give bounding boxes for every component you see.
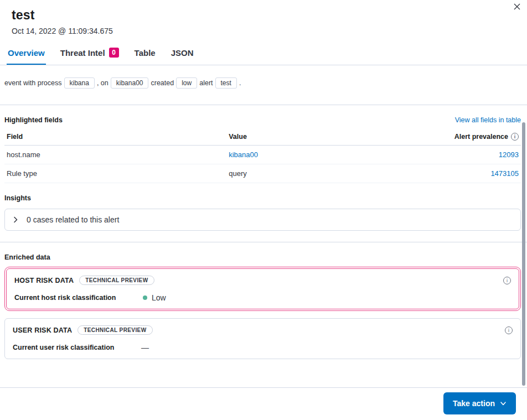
- insights-title: Insights: [4, 194, 31, 202]
- reason-text: , on: [97, 79, 108, 87]
- user-risk-classification-label: Current user risk classification: [13, 344, 141, 351]
- value-cell: query: [226, 164, 402, 183]
- column-header-alert-prevalence: Alert prevalence: [402, 128, 521, 146]
- tab-overview-label: Overview: [8, 48, 45, 58]
- highlighted-fields-section: Highlighted fields View all fields in ta…: [0, 116, 527, 183]
- chevron-down-icon: [500, 400, 507, 407]
- alert-details-flyout: test Oct 14, 2022 @ 11:09:34.675 Overvie…: [0, 0, 527, 420]
- host-risk-data-panel: HOST RISK DATA TECHNICAL PREVIEW Current…: [6, 268, 519, 309]
- tab-table[interactable]: Table: [133, 45, 157, 65]
- technical-preview-badge: TECHNICAL PREVIEW: [78, 325, 152, 335]
- flyout-header: test Oct 14, 2022 @ 11:09:34.675: [0, 0, 527, 35]
- user-risk-title: USER RISK DATA: [13, 326, 72, 334]
- reason-text: .: [239, 79, 241, 87]
- flyout-footer: Take action: [0, 387, 527, 420]
- info-icon[interactable]: [503, 277, 511, 284]
- related-cases-label: 0 cases related to this alert: [27, 215, 119, 224]
- severity-badge: low: [176, 77, 197, 89]
- event-reason-summary: event with process kibana , on kibana00 …: [0, 77, 527, 89]
- host-risk-classification-value: Low: [143, 293, 166, 302]
- reason-text: created: [151, 79, 174, 87]
- chevron-right-icon: [12, 216, 19, 224]
- risk-level-dot-icon: [143, 295, 147, 300]
- reason-text: event with process: [4, 79, 62, 87]
- take-action-label: Take action: [453, 399, 495, 408]
- reason-text: alert: [199, 79, 213, 87]
- take-action-button[interactable]: Take action: [443, 392, 516, 414]
- user-risk-classification-value: —: [141, 343, 149, 352]
- info-icon[interactable]: [505, 326, 513, 334]
- tab-table-label: Table: [135, 48, 156, 58]
- scrollbar-thumb[interactable]: [522, 122, 525, 386]
- host-name-badge: kibana00: [111, 77, 149, 89]
- host-risk-title: HOST RISK DATA: [14, 277, 74, 284]
- process-name-badge: kibana: [64, 77, 95, 89]
- close-icon[interactable]: [512, 1, 523, 12]
- value-link[interactable]: kibana00: [229, 151, 258, 159]
- technical-preview-badge: TECHNICAL PREVIEW: [79, 276, 154, 285]
- column-header-field: Field: [4, 128, 226, 146]
- column-header-value: Value: [226, 128, 402, 146]
- view-all-fields-link[interactable]: View all fields in table: [455, 116, 521, 124]
- table-row: host.name kibana00 12093: [4, 146, 521, 164]
- tab-overview[interactable]: Overview: [7, 45, 46, 65]
- highlighted-fields-title: Highlighted fields: [4, 116, 63, 124]
- tab-threat-intel-label: Threat Intel: [60, 48, 105, 58]
- field-cell: Rule type: [4, 164, 226, 183]
- threat-intel-count-badge: 0: [109, 48, 119, 58]
- tab-json[interactable]: JSON: [170, 45, 195, 65]
- field-cell: host.name: [4, 146, 226, 164]
- tab-bar: Overview Threat Intel 0 Table JSON: [0, 45, 527, 65]
- highlighted-fields-table: Field Value Alert prevalence host.name k…: [4, 128, 521, 183]
- related-cases-accordion[interactable]: 0 cases related to this alert: [4, 209, 521, 231]
- info-icon[interactable]: [511, 133, 519, 141]
- table-row: Rule type query 1473105: [4, 164, 521, 183]
- user-risk-data-panel: USER RISK DATA TECHNICAL PREVIEW Current…: [4, 318, 521, 359]
- prevalence-link[interactable]: 12093: [499, 151, 519, 159]
- divider: [0, 242, 527, 242]
- divider: [0, 105, 527, 105]
- host-risk-classification-label: Current host risk classification: [14, 294, 143, 302]
- page-title: test: [12, 8, 515, 23]
- tab-json-label: JSON: [171, 48, 194, 58]
- alert-timestamp: Oct 14, 2022 @ 11:09:34.675: [12, 27, 515, 35]
- rule-name-badge: test: [215, 77, 237, 89]
- insights-section: Insights 0 cases related to this alert: [0, 194, 527, 231]
- enriched-data-title: Enriched data: [4, 253, 50, 261]
- enriched-data-section: Enriched data HOST RISK DATA TECHNICAL P…: [0, 253, 527, 359]
- prevalence-link[interactable]: 1473105: [490, 169, 519, 178]
- tab-threat-intel[interactable]: Threat Intel 0: [59, 45, 120, 65]
